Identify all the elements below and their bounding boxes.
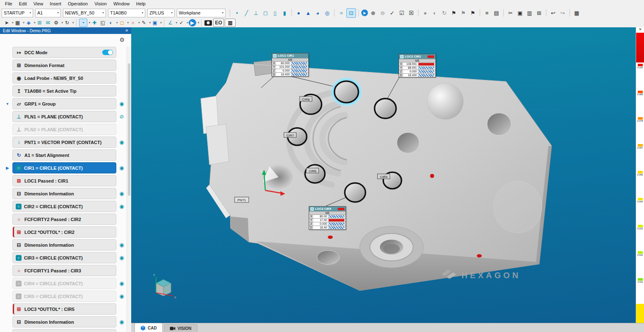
perpendicular-icon[interactable]: ⊥ (252, 9, 260, 17)
sidebar-item-cir6[interactable]: ○CIR6 = CIRCLE (CONTACT) (12, 329, 116, 332)
confirm-icon[interactable]: ✓ (178, 19, 185, 26)
workplane-axis-dropdown[interactable]: ZPLUS▾ (147, 9, 175, 17)
rotate-view-icon[interactable]: ↻ (63, 19, 71, 26)
chevron-down-icon[interactable]: ▾ (138, 21, 140, 24)
cad-window-icon[interactable]: ◻ (118, 19, 126, 26)
eye-icon[interactable]: ◉ (116, 190, 127, 197)
measured-circle-cir6[interactable] (305, 165, 325, 183)
globe-icon[interactable]: ◐ (107, 19, 115, 26)
view-orientation-cube[interactable]: Y X (153, 274, 176, 299)
label-chip-cir4[interactable]: CIR4 (377, 174, 390, 179)
sidebar-item-load-probe[interactable]: ◉Load Probe - NEW5_BY_50 (12, 72, 116, 84)
menu-vision[interactable]: Vision (91, 1, 110, 7)
copy-icon[interactable]: ▣ (516, 9, 524, 17)
label-chip-cir6[interactable]: CIR6 (306, 168, 319, 173)
dcc-toggle[interactable] (102, 50, 113, 55)
probe-axes-icon[interactable]: ✚ (91, 19, 98, 26)
counterbore-feature[interactable] (360, 226, 423, 268)
cone-icon[interactable]: ▲ (304, 9, 312, 17)
insert-move-icon[interactable]: ⊕ (369, 9, 377, 17)
menu-operation[interactable]: Operation (65, 1, 91, 7)
circle-tool-icon[interactable]: ○ (129, 19, 137, 26)
chevron-down-icon[interactable]: ▾ (187, 21, 188, 24)
eye-icon[interactable]: ◉ (116, 101, 127, 107)
eye-icon[interactable]: ◉ (116, 203, 127, 209)
menu-view[interactable]: View (30, 1, 47, 7)
dimension-table-loc1[interactable]: LOC1 CIR1 M5 X80.000 Y101.000 Z0.000 D16… (272, 53, 309, 77)
chevron-down-icon[interactable]: ▾ (160, 21, 162, 24)
dimension-table-loc3[interactable]: LOC3 CIR5 M5 X80.00 Y17.00 Z0.000 D16.40 (309, 206, 346, 230)
clear-marked-icon[interactable]: ☒ (407, 9, 416, 17)
summary-list-icon[interactable]: ≡ (483, 9, 491, 17)
redo-icon[interactable]: ↪ (558, 9, 567, 17)
paste-special-icon[interactable]: ⊞ (535, 9, 543, 17)
eye-icon[interactable]: ◉ (116, 255, 127, 261)
eye-icon[interactable]: ◉ (116, 165, 127, 171)
menu-file[interactable]: File (2, 1, 16, 7)
comment-icon[interactable]: ✉ (44, 19, 52, 26)
label-chip-cir8[interactable]: CIR8 (300, 96, 312, 101)
menu-edit[interactable]: Edit (16, 1, 30, 7)
pointer-probe-icon[interactable]: ➤ (3, 19, 10, 26)
sidebar-item-dimension-info-3[interactable]: ⊟Dimension Information (12, 316, 116, 327)
cylinder-icon[interactable]: ● (294, 9, 303, 17)
sidebar-item-cir2[interactable]: ○CIR2 = CIRCLE (CONTACT) (12, 201, 116, 212)
sidebar-item-dimension-info-2[interactable]: ⊟Dimension Information (12, 239, 116, 250)
bookmark3-icon[interactable]: ⚑ (469, 9, 477, 17)
sidebar-item-cir4[interactable]: ○CIR4 = CIRCLE (CONTACT) (12, 278, 116, 289)
skip-icon[interactable]: ⊖ (378, 9, 387, 17)
cone-feature[interactable] (262, 164, 295, 191)
ball-shaded-icon[interactable]: ◐ (430, 9, 439, 17)
sidebar-item-loc3[interactable]: ⊞LOC3 *OUTTOL* : CIR5 (12, 303, 116, 315)
rounded-slot-icon[interactable]: ◻ (261, 9, 270, 17)
curve-icon[interactable]: ≈ (337, 9, 346, 17)
chevron-down-icon[interactable]: ▾ (149, 21, 151, 24)
sidebar-item-cir1[interactable]: ○CIR1 = CIRCLE (CONTACT) (12, 162, 116, 173)
ball-icon[interactable]: ● (421, 9, 430, 17)
cad-viewport[interactable]: CIR8 CIR7 CIR6 CIR4 PNT1 Y X (131, 27, 636, 323)
cut-icon[interactable]: ✂ (506, 9, 515, 17)
torus-icon[interactable]: ◎ (323, 9, 332, 17)
chevron-down-icon[interactable]: ▾ (176, 21, 178, 24)
chevron-down-icon[interactable]: ▾ (12, 21, 14, 24)
sidebar-item-a1-alignment[interactable]: ↻A1 = Start Alignment (12, 149, 116, 161)
scale-box-icon[interactable]: ◱ (99, 19, 106, 26)
sidebar-item-pln2[interactable]: ⊥PLN2 = PLANE (CONTACT) (12, 124, 116, 135)
probe-box-icon[interactable]: ◈ (25, 19, 32, 26)
tip-dropdown[interactable]: T1A0B0▾ (108, 9, 145, 17)
sidebar-item-fcfcirty2[interactable]: ○FCFCIRTY2 Passed : CIR2 (12, 214, 116, 225)
view-layout-icon[interactable]: ▦ (14, 19, 22, 26)
eo-button[interactable]: EO (213, 19, 224, 27)
label-chip-pnt1[interactable]: PNT1 (235, 197, 249, 202)
eye-icon[interactable]: ◉ (116, 139, 127, 145)
sidebar-item-dimension-format[interactable]: ⊞Dimension Format (12, 60, 116, 71)
hole-plain-a[interactable] (397, 132, 419, 153)
sidebar-scrollbar[interactable] (127, 47, 131, 332)
sidebar-item-dimension-info-1[interactable]: ⊟Dimension Information (12, 188, 116, 199)
hole-plain-bottom[interactable] (317, 250, 339, 265)
eye-icon[interactable]: ◉ (116, 280, 127, 286)
eye-icon[interactable]: ◉ (116, 242, 127, 248)
sidebar-item-grp1[interactable]: ▱GRP1 = Group (12, 98, 116, 109)
chevron-down-icon[interactable]: ▾ (89, 21, 91, 24)
run-play-icon[interactable]: ▶ (189, 19, 196, 26)
eye-icon[interactable]: ◉ (116, 293, 127, 299)
hole-plain-right[interactable] (487, 113, 511, 135)
close-icon[interactable]: ✕ (125, 29, 128, 33)
probe-toolbox-icon[interactable]: ⚙ (53, 19, 60, 26)
solid-box-icon[interactable]: ▣ (151, 19, 159, 26)
scrollbar-thumb[interactable] (128, 63, 130, 196)
pane-grid-icon[interactable]: ⊞ (36, 19, 43, 26)
chevron-down-icon[interactable]: ▾ (72, 21, 74, 24)
sphere-view-icon[interactable]: ◔ (79, 19, 87, 27)
sidebar-item-loc1[interactable]: ⊞LOC1 Passed : CIR1 (12, 175, 116, 186)
gear-icon[interactable]: ⚙ (119, 36, 125, 43)
report-icon[interactable]: ▤ (492, 9, 501, 17)
probe-dropdown[interactable]: NEW5_BY_50▾ (63, 9, 106, 17)
probe-target-icon[interactable]: ⊡ (346, 8, 356, 18)
refresh-path-icon[interactable]: ↻ (440, 9, 449, 17)
measured-circle-cir5[interactable] (345, 183, 365, 202)
sidebar-item-cir3[interactable]: ○CIR3 = CIRCLE (CONTACT) (12, 252, 116, 263)
dome-feature[interactable] (427, 83, 464, 120)
chevron-down-icon[interactable]: ▾ (116, 21, 118, 24)
